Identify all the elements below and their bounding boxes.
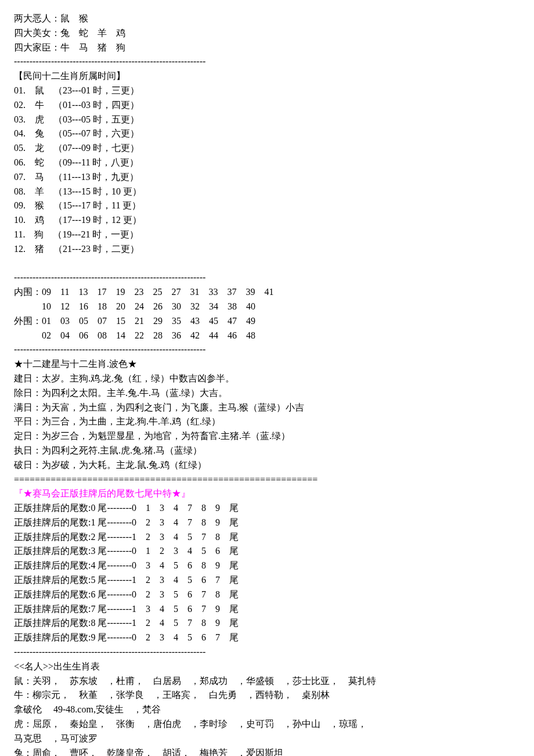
intro-line-3: 四大家臣：牛 马 猪 狗 [14, 41, 522, 55]
tail-line: 正版挂牌后的尾数:5 尾--------1 2 3 4 5 6 7 尾 [14, 573, 522, 588]
jianxing-line: 破日：为岁破，为大耗。主龙.鼠.兔.鸡（红绿） [14, 458, 522, 473]
famous-title: <<名人>>出生生肖表 [14, 660, 522, 674]
inner-ring-line-1: 内围：09 11 13 17 19 23 25 27 31 33 37 39 4… [14, 285, 522, 300]
jianxing-title: ★十二建星与十二生肖.波色★ [14, 357, 522, 372]
inner-ring-line-2: 10 12 16 18 20 24 26 30 32 34 38 40 [14, 300, 522, 314]
tail-line: 正版挂牌后的尾数:4 尾--------0 3 4 5 6 8 9 尾 [14, 559, 522, 573]
famous-line: 兔：周俞， 曹呸， 乾隆皇帝， 胡适， 梅艳芳 ，爱因斯坦 [14, 746, 522, 756]
separator-equal: ========================================… [14, 473, 522, 487]
jianxing-line: 平日：为三合，为土曲，主龙.狗.牛.羊.鸡（红.绿） [14, 415, 522, 429]
outer-ring-line-2: 02 04 06 08 14 22 28 36 42 44 46 48 [14, 329, 522, 343]
tail-line: 正版挂牌后的尾数:0 尾--------0 1 3 4 7 8 9 尾 [14, 501, 522, 516]
jianxing-line: 满日：为天富，为土瘟，为四利之丧门，为飞廉。主马.猴（蓝绿）小吉 [14, 401, 522, 415]
intro-line-2: 四大美女：兔 蛇 羊 鸡 [14, 26, 522, 41]
zodiac-time-line: 05. 龙 （07---09 时，七更） [14, 141, 522, 156]
tail-line: 正版挂牌后的尾数:2 尾--------1 2 3 4 5 7 8 尾 [14, 530, 522, 545]
zodiac-time-line: 03. 虎 （03---05 时，五更） [14, 113, 522, 127]
famous-line: 牛：柳宗元， 秋堇 ，张学良 ，王咯宾， 白先勇 ，西特勒， 桌别林 [14, 688, 522, 703]
separator-dash: ----------------------------------------… [14, 645, 522, 660]
zodiac-time-line: 04. 兔 （05---07 时，六更） [14, 127, 522, 141]
zodiac-time-line: 10. 鸡 （17---19 时，12 更） [14, 213, 522, 228]
famous-line: 鼠：关羽， 苏东坡 ，杜甫， 白居易 ，郑成功 ，华盛顿 ，莎士比亚， 莫扎特 [14, 674, 522, 689]
zodiac-time-line: 02. 牛 （01---03 时，四更） [14, 98, 522, 113]
tail-line: 正版挂牌后的尾数:8 尾--------1 2 4 5 7 8 9 尾 [14, 616, 522, 631]
zodiac-time-line: 01. 鼠 （23---01 时，三更） [14, 84, 522, 98]
tail-line: 正版挂牌后的尾数:9 尾--------0 2 3 4 5 6 7 尾 [14, 631, 522, 645]
separator-dash: ----------------------------------------… [14, 271, 522, 285]
zodiac-time-title: 【民间十二生肖所属时间】 [14, 69, 522, 84]
tail-line: 正版挂牌后的尾数:7 尾--------1 3 4 5 6 7 9 尾 [14, 602, 522, 617]
jianxing-line: 建日：太岁。主狗.鸡.龙.兔（红，绿）中数吉凶参半。 [14, 372, 522, 386]
separator-dash: ----------------------------------------… [14, 343, 522, 357]
tail-line: 正版挂牌后的尾数:3 尾--------0 1 2 3 4 5 6 尾 [14, 544, 522, 559]
blank-line [14, 257, 522, 271]
intro-line-1: 两大恶人：鼠 猴 [14, 12, 522, 26]
outer-ring-line-1: 外围：01 03 05 07 15 21 29 35 43 45 47 49 [14, 314, 522, 329]
tail-title: 『★赛马会正版挂牌后的尾数七尾中特★』 [14, 487, 522, 501]
separator-dash: ----------------------------------------… [14, 55, 522, 69]
zodiac-time-line: 07. 马 （11---13 时，九更） [14, 170, 522, 185]
jianxing-line: 执日：为四利之死符.主鼠.虎.兔.猪.马（蓝绿） [14, 444, 522, 458]
zodiac-time-line: 06. 蛇 （09---11 时，八更） [14, 156, 522, 170]
zodiac-time-line: 12. 猪 （21---23 时，二更） [14, 242, 522, 257]
zodiac-time-line: 09. 猴 （15---17 时，11 更） [14, 199, 522, 213]
tail-line: 正版挂牌后的尾数:1 尾--------0 2 3 4 7 8 9 尾 [14, 516, 522, 530]
zodiac-time-line: 11. 狗 （19---21 时，一更） [14, 228, 522, 242]
zodiac-time-line: 08. 羊 （13---15 时，10 更） [14, 185, 522, 199]
famous-line: 马克思 ，马可波罗 [14, 732, 522, 746]
jianxing-line: 除日：为四利之太阳。主羊.兔.牛.马（蓝.绿）大吉。 [14, 386, 522, 401]
jianxing-line: 定日：为岁三合，为魁罡显星，为地官，为符畜官.主猪.羊（蓝.绿） [14, 429, 522, 444]
famous-line: 拿破伦 49-48.com,安徒生 ，梵谷 [14, 703, 522, 717]
tail-line: 正版挂牌后的尾数:6 尾--------0 2 3 5 6 7 8 尾 [14, 588, 522, 602]
famous-line: 虎：屈原， 秦始皇， 张衡 ，唐伯虎 ，李时珍 ，史可罚 ，孙中山 ，琼瑶， [14, 717, 522, 732]
